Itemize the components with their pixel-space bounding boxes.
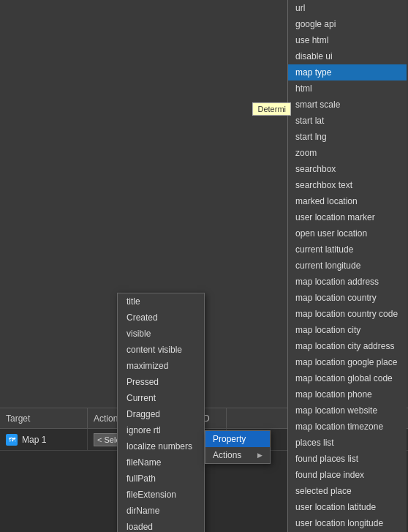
menu-item-title[interactable]: title [118,293,204,310]
right-menu-item-31[interactable]: user location latitude [288,499,407,515]
right-menu-container: urlgoogle apiuse htmldisable uimap typeh… [287,0,408,532]
right-menu-item-1[interactable]: google api [288,16,407,32]
right-menu-item-19[interactable]: map location country code [288,306,407,322]
menu-item-localize-numbers[interactable]: localize numbers [118,438,204,454]
header-target: Target [0,408,88,428]
right-menu-item-9[interactable]: zoom [288,145,407,161]
menu-item-dirname[interactable]: dirName [118,503,204,519]
right-menu-item-6[interactable]: smart scale [288,97,407,113]
right-menu-item-8[interactable]: start lng [288,129,407,145]
sub-menu-actions[interactable]: Actions ▶ [205,447,270,463]
right-menu-item-29[interactable]: found place index [288,467,407,483]
right-menu-item-5[interactable]: html [288,80,407,97]
right-menu-item-21[interactable]: map location city address [288,338,407,354]
actions-arrow-icon: ▶ [257,452,262,459]
menu-item-dragged[interactable]: Dragged [118,406,204,422]
right-menu-item-23[interactable]: map location global code [288,370,407,386]
right-menu-item-4[interactable]: map type [288,64,407,80]
right-menu-item-22[interactable]: map location google place [288,354,407,370]
left-context-menu[interactable]: title Created visible content visible ma… [117,293,205,532]
map-icon: 🗺 [6,434,18,446]
menu-item-loaded[interactable]: loaded [118,519,204,532]
right-menu-item-17[interactable]: map location address [288,274,407,290]
right-menu-item-7[interactable]: start lat [288,113,407,129]
right-menu-item-13[interactable]: user location marker [288,209,407,225]
menu-item-content-visible[interactable]: content visible [118,342,204,358]
menu-item-maximized[interactable]: maximized [118,358,204,374]
menu-item-created[interactable]: Created [118,310,204,326]
right-menu-item-14[interactable]: open user location [288,225,407,241]
right-menu-item-18[interactable]: map location country [288,290,407,306]
right-menu-item-27[interactable]: places list [288,435,407,451]
right-menu-item-30[interactable]: selected place [288,483,407,499]
right-menu-scroll[interactable]: urlgoogle apiuse htmldisable uimap typeh… [287,0,407,532]
right-menu-item-0[interactable]: url [288,0,407,16]
right-menu-item-11[interactable]: searchbox text [288,177,407,193]
main-background: Target Action D 🗺 Map 1 < Select actions… [0,0,408,532]
menu-item-filename[interactable]: fileName [118,454,204,471]
target-label: Map 1 [22,435,46,445]
cell-target[interactable]: 🗺 Map 1 [0,429,88,450]
right-menu-item-10[interactable]: searchbox [288,161,407,177]
right-menu-items: urlgoogle apiuse htmldisable uimap typeh… [288,0,407,532]
tooltip: Determi [252,102,291,116]
menu-item-fileextension[interactable]: fileExtension [118,487,204,503]
right-menu-item-2[interactable]: use html [288,32,407,48]
right-menu-item-12[interactable]: marked location [288,193,407,209]
right-menu-item-32[interactable]: user location longitude [288,515,407,531]
right-menu-item-16[interactable]: current longitude [288,258,407,274]
right-menu-item-15[interactable]: current latitude [288,241,407,258]
right-menu-item-3[interactable]: disable ui [288,48,407,64]
right-menu-item-24[interactable]: map location phone [288,386,407,402]
right-menu-item-25[interactable]: map location website [288,402,407,419]
menu-item-visible[interactable]: visible [118,326,204,342]
sub-menu[interactable]: Property Actions ▶ [205,430,271,464]
menu-item-pressed[interactable]: Pressed [118,374,204,390]
menu-item-fullpath[interactable]: fullPath [118,471,204,487]
menu-item-current[interactable]: Current [118,390,204,406]
right-menu-item-28[interactable]: found places list [288,451,407,467]
right-menu-item-26[interactable]: map location timezone [288,419,407,435]
right-menu-item-20[interactable]: map location city [288,322,407,338]
menu-item-ignore-rtl[interactable]: ignore rtl [118,422,204,438]
sub-menu-property[interactable]: Property [205,431,270,447]
